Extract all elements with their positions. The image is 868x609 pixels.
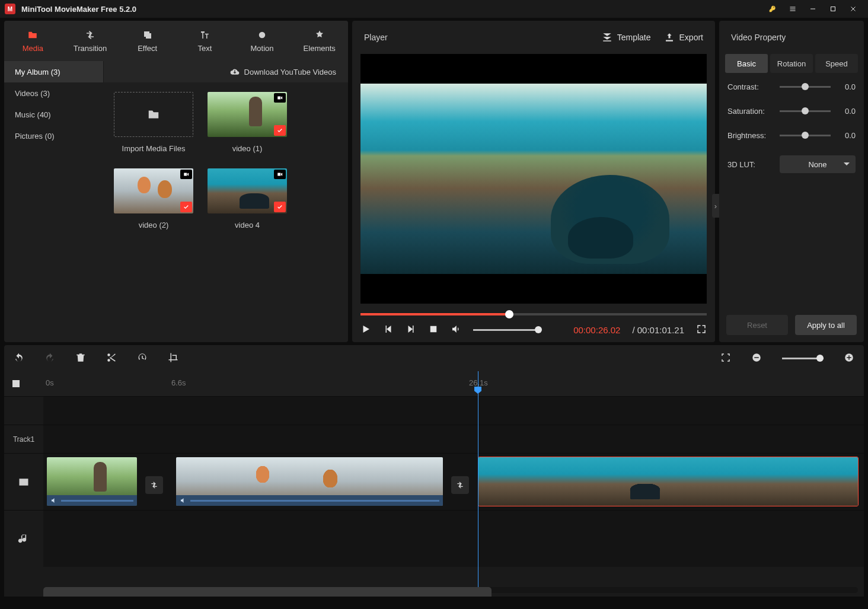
contrast-slider[interactable] [780,86,831,88]
app-icon: M [5,4,15,14]
prev-frame-button[interactable] [383,324,394,336]
speaker-icon [50,497,58,506]
split-button[interactable] [106,352,117,365]
tab-text-label: Text [197,44,212,53]
clip-video-4[interactable] [478,457,858,506]
ruler-tick: 0s [46,378,54,387]
redo-button[interactable] [44,352,55,365]
cloud-download-icon [230,67,240,76]
tab-text[interactable]: Text [176,21,234,61]
tab-transition-label: Transition [74,44,107,53]
media-item-video-1[interactable]: video (1) [208,92,287,153]
titlebar: M MiniTool MovieMaker Free 5.2.0 [0,0,868,18]
volume-button[interactable] [451,324,461,336]
play-button[interactable] [360,324,371,336]
lut-select[interactable]: None [780,155,856,173]
zoom-fit-button[interactable] [720,352,731,365]
brightness-slider[interactable] [780,135,831,136]
timeline-scrollbar[interactable] [43,587,858,593]
svg-rect-4 [754,357,759,358]
crop-button[interactable] [168,352,178,365]
template-button[interactable]: Template [602,32,651,43]
prop-tab-rotation[interactable]: Rotation [770,54,813,73]
next-frame-button[interactable] [406,324,416,336]
media-item-label: video (2) [139,221,169,229]
panel-expand-button[interactable]: › [712,194,719,218]
property-panel: › Video Property Basic Rotation Speed Co… [719,21,864,342]
sidebar-item-music[interactable]: Music (40) [4,104,103,125]
player-header: Player Template Export [352,21,715,54]
media-item-video-4[interactable]: video 4 [208,168,287,229]
maximize-button[interactable] [823,1,843,17]
tab-effect[interactable]: Effect [119,21,176,61]
volume-slider[interactable] [473,329,538,331]
media-item-video-2[interactable]: video (2) [114,168,193,229]
zoom-out-button[interactable] [751,352,762,365]
timeline-ruler[interactable]: 0s 6.6s 26.1s [4,371,864,396]
media-sidebar: My Album (3) Videos (3) Music (40) Pictu… [4,61,103,342]
audio-track[interactable] [4,510,864,567]
player-viewport[interactable] [360,54,707,304]
player-panel: Player Template Export 00:00:26.02 / 0 [352,21,715,342]
media-header: Download YouTube Videos [103,61,348,82]
track-empty-1 [4,396,864,425]
download-youtube-link[interactable]: Download YouTube Videos [244,68,336,76]
playhead[interactable] [478,371,478,597]
menu-icon[interactable] [783,1,803,17]
zoom-in-button[interactable] [844,352,854,365]
import-media-button[interactable]: Import Media Files [114,92,193,153]
brightness-value: 0.0 [837,131,856,140]
contrast-value: 0.0 [837,82,856,91]
speed-button[interactable] [137,352,148,365]
zoom-slider[interactable] [782,358,824,359]
seek-bar[interactable] [360,313,707,315]
time-current: 00:00:26.02 [573,325,620,335]
reset-button[interactable]: Reset [726,315,788,335]
svg-rect-0 [831,7,835,11]
selected-check-icon [180,202,192,212]
prop-tab-speed[interactable]: Speed [815,54,858,73]
transition-slot-1[interactable] [145,476,163,494]
sidebar-item-pictures[interactable]: Pictures (0) [4,125,103,146]
video-track-icon [4,454,43,510]
transition-slot-2[interactable] [451,476,469,494]
time-total: / 00:01:01.21 [632,325,684,335]
sidebar-item-videos[interactable]: Videos (3) [4,82,103,104]
tab-motion[interactable]: Motion [234,21,291,61]
delete-button[interactable] [75,352,86,365]
undo-button[interactable] [14,352,24,365]
minimize-button[interactable] [803,1,823,17]
tab-elements-label: Elements [304,44,336,53]
video-track[interactable] [4,453,864,510]
track-header: Track1 [4,425,864,453]
license-key-icon[interactable] [762,1,783,17]
brightness-label: Brightness: [727,131,774,140]
timeline-toolbar [4,345,864,371]
contrast-row: Contrast: 0.0 [727,82,856,91]
stop-button[interactable] [428,324,439,336]
saturation-slider[interactable] [780,110,831,112]
lut-value: None [808,160,826,169]
tab-elements[interactable]: Elements [291,21,348,61]
tab-media[interactable]: Media [4,21,62,61]
audio-track-icon [4,511,43,567]
media-item-label: video (1) [232,144,263,153]
clip-video-1[interactable] [47,457,137,506]
close-button[interactable] [843,1,863,17]
sidebar-item-my-album[interactable]: My Album (3) [4,61,103,82]
export-button[interactable]: Export [664,32,703,43]
fullscreen-button[interactable] [696,324,707,336]
add-track-button[interactable] [4,379,28,388]
tab-effect-label: Effect [138,44,157,53]
lut-row: 3D LUT: None [727,155,856,173]
saturation-label: Saturation: [727,107,774,116]
tab-transition[interactable]: Transition [62,21,119,61]
svg-point-1 [259,31,266,38]
clip-video-2[interactable] [176,457,443,506]
video-badge-icon [274,93,286,103]
app-title: MiniTool MovieMaker Free 5.2.0 [21,5,762,14]
prop-tab-basic[interactable]: Basic [725,54,768,73]
apply-all-button[interactable]: Apply to all [795,315,857,335]
property-title: Video Property [719,21,864,54]
speaker-icon [180,497,187,506]
